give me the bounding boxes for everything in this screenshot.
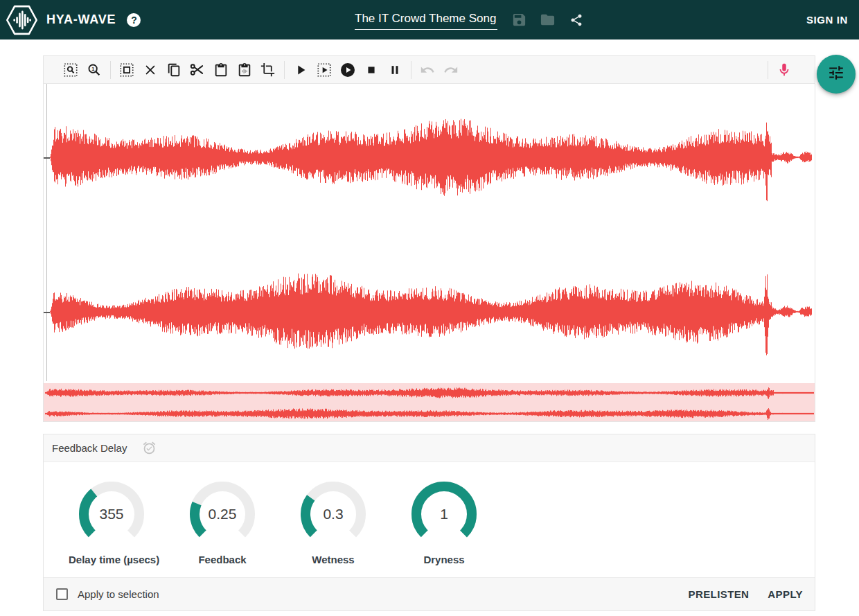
brand-name: HYA-WAVE [46, 12, 116, 27]
effect-panel-header: Feedback Delay [44, 434, 815, 462]
select-all-icon-button[interactable] [118, 61, 135, 78]
knob-delay-time-dial[interactable]: 355 [73, 475, 150, 553]
redo-icon-button[interactable] [442, 61, 459, 78]
save-icon[interactable] [511, 12, 527, 28]
channel-right-zero-tick [44, 312, 50, 313]
clear-selection-icon-button[interactable] [141, 61, 159, 78]
knob-delay-time: 355Delay time (µsecs) [69, 475, 154, 577]
knob-dryness-value: 1 [405, 475, 483, 553]
toolbar-divider [284, 61, 285, 79]
track-header-group [355, 0, 583, 39]
knob-dryness-dial[interactable]: 1 [405, 475, 483, 553]
prelisten-button[interactable]: PRELISTEN [689, 588, 750, 600]
stereo-waveform-canvas[interactable] [44, 84, 815, 381]
play-icon-button[interactable] [292, 61, 309, 78]
app-logo-icon [6, 4, 37, 36]
svg-text:1: 1 [91, 65, 94, 71]
open-folder-icon[interactable] [540, 12, 556, 28]
knob-row: 355Delay time (µsecs)0.25Feedback0.3Wetn… [44, 462, 815, 577]
play-all-icon-button[interactable] [339, 61, 356, 78]
knob-feedback-dial[interactable]: 0.25 [184, 475, 261, 553]
play-selection-icon-button[interactable] [315, 61, 333, 78]
knob-feedback: 0.25Feedback [179, 475, 265, 577]
knob-wetness-label: Wetness [290, 554, 376, 565]
sign-in-button[interactable]: SIGN IN [806, 14, 848, 26]
apply-button[interactable]: APPLY [768, 588, 803, 600]
apply-to-selection-label: Apply to selection [78, 588, 159, 600]
help-icon[interactable]: ? [127, 13, 141, 27]
effect-panel: Feedback Delay 355Delay time (µsecs)0.25… [43, 434, 815, 611]
share-icon[interactable] [569, 13, 583, 27]
playhead-cursor [46, 84, 47, 381]
effect-actions: PRELISTEN APPLY [670, 588, 803, 600]
knob-delay-time-value: 355 [73, 475, 150, 553]
cut-icon-button[interactable] [188, 61, 206, 78]
knob-wetness-dial[interactable]: 0.3 [294, 475, 372, 553]
knob-delay-time-label: Delay time (µsecs) [69, 554, 154, 565]
apply-to-selection-checkbox[interactable] [56, 588, 68, 600]
zoom-one-to-one-icon-button[interactable]: 1 [85, 61, 103, 78]
app-header: HYA-WAVE ? SIGN IN [0, 0, 859, 39]
record-mic-icon-button[interactable] [775, 61, 792, 78]
effect-panel-footer: Apply to selection PRELISTEN APPLY [44, 577, 815, 610]
effect-title: Feedback Delay [52, 442, 127, 454]
knob-wetness: 0.3Wetness [290, 475, 376, 577]
knob-dryness: 1Dryness [401, 475, 487, 577]
copy-icon-button[interactable] [165, 61, 182, 78]
editor-toolbar: 1 [44, 56, 815, 84]
waveform-minimap[interactable] [44, 381, 815, 421]
tune-icon [827, 64, 845, 85]
stop-icon-button[interactable] [362, 61, 380, 78]
toolbar-divider [768, 61, 768, 79]
knob-feedback-label: Feedback [179, 554, 265, 565]
paste-insert-icon-button[interactable] [236, 61, 253, 78]
minimap-canvas[interactable] [44, 383, 815, 421]
knob-wetness-value: 0.3 [294, 475, 372, 553]
waveform-display[interactable] [44, 84, 815, 381]
toolbar-divider [110, 61, 111, 79]
channel-left-zero-tick [44, 157, 50, 159]
knob-dryness-label: Dryness [401, 554, 487, 565]
effects-fab-button[interactable] [817, 55, 856, 94]
editor-panel: 1 [43, 55, 815, 422]
toolbar-divider [411, 61, 411, 79]
alarm-on-icon[interactable] [142, 441, 157, 455]
zoom-selection-icon-button[interactable] [62, 61, 79, 78]
knob-feedback-value: 0.25 [184, 475, 261, 553]
pause-icon-button[interactable] [386, 61, 403, 78]
crop-icon-button[interactable] [259, 61, 276, 78]
paste-icon-button[interactable] [212, 61, 229, 78]
undo-icon-button[interactable] [418, 61, 436, 78]
track-title-input[interactable] [355, 10, 497, 30]
